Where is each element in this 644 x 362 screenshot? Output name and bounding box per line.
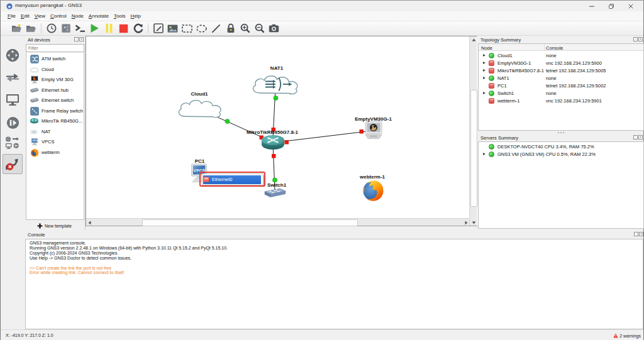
menu-tools[interactable]: Tools	[114, 13, 126, 19]
new-template-button[interactable]: New template	[37, 222, 72, 229]
annotate-note-button[interactable]	[151, 22, 165, 35]
node-webterm[interactable]: webterm-1	[362, 179, 384, 202]
zoom-in-button[interactable]	[238, 22, 252, 35]
status-indicator	[489, 83, 494, 89]
device-list: ATM switch Cloud	[26, 53, 84, 220]
topology-row-emptyvm[interactable]: EmptyVM30G-1 vnc 192.168.234.129:5900	[479, 59, 643, 67]
menu-annotate[interactable]: Annotate	[89, 13, 109, 19]
open-project-button[interactable]	[9, 22, 24, 35]
scroll-down-icon[interactable]	[470, 219, 477, 226]
topology-row-pc1[interactable]: PC1 telnet 192.168.234.129:5002	[479, 82, 643, 89]
warnings-indicator[interactable]: 2 warnings	[613, 333, 641, 338]
menu-help[interactable]: Help	[131, 13, 141, 19]
start-button[interactable]	[87, 22, 102, 35]
draw-ellipse-button[interactable]	[194, 22, 209, 35]
expand-arrow-icon[interactable]	[483, 92, 486, 94]
zoom-in-icon	[240, 23, 250, 33]
float-panel-icon[interactable]: ◦	[74, 37, 79, 41]
device-item-atm-switch[interactable]: ATM switch	[26, 53, 84, 64]
expand-arrow-icon[interactable]	[483, 77, 486, 79]
server-row-gns3vm[interactable]: GNS3 VM (GNS3 VM) CPU 0.5%, RAM 22.3%	[479, 150, 643, 158]
snapshot-clock-button[interactable]	[44, 22, 58, 35]
draw-line-button[interactable]	[209, 22, 223, 35]
scroll-left-icon[interactable]	[86, 219, 92, 226]
status-indicator	[489, 60, 494, 66]
main-toolbar: a c b	[1, 21, 643, 36]
device-item-ethernet-switch[interactable]: Ethernet switch	[26, 95, 84, 106]
minimize-button[interactable]	[582, 1, 601, 11]
browse-switches-button[interactable]	[3, 68, 23, 87]
topology-row-nat1[interactable]: NAT1 none	[479, 74, 643, 82]
device-item-mikrotik-router[interactable]: MikroTik RB450G...	[26, 116, 84, 126]
mikrotik-router-icon	[30, 116, 39, 126]
node-emptyvm[interactable]: EmptyVM30G-1	[363, 121, 384, 140]
browse-security-devices-button[interactable]	[3, 113, 23, 132]
menu-control[interactable]: Control	[50, 13, 67, 19]
device-item-cloud[interactable]: Cloud	[26, 64, 84, 75]
topology-canvas[interactable]: NAT1 Cloud1	[86, 36, 477, 226]
screenshot-camera-icon	[269, 24, 279, 33]
column-header-node[interactable]: Node	[481, 45, 492, 51]
device-item-ethernet-hub[interactable]: Ethernet hub	[26, 85, 84, 96]
expand-arrow-icon[interactable]	[483, 62, 486, 64]
screenshot-camera-button[interactable]	[267, 22, 281, 35]
canvas-vertical-scrollbar[interactable]	[469, 36, 477, 226]
device-item-label: Empty VM 30G	[42, 77, 74, 82]
vertical-scroll-thumb[interactable]	[470, 90, 477, 207]
device-item-nat[interactable]: NAT	[26, 126, 84, 137]
console-terminal-button[interactable]	[73, 22, 87, 35]
browse-all-devices-button[interactable]	[3, 134, 23, 153]
browse-routers-button[interactable]	[3, 46, 23, 65]
float-panel-icon[interactable]: ◦	[634, 232, 638, 236]
expand-arrow-icon[interactable]	[483, 69, 486, 72]
open-folder-button[interactable]	[24, 22, 38, 35]
node-nat1[interactable]: NAT1	[249, 72, 302, 96]
server-row-desktop[interactable]: DESKTOP-NVDCT40 CPU 3.4%, RAM 75.2%	[479, 143, 643, 150]
column-header-console[interactable]: Console	[546, 45, 564, 51]
status-indicator	[489, 68, 494, 74]
menu-node[interactable]: Node	[72, 13, 84, 19]
expand-arrow-icon[interactable]	[483, 54, 486, 57]
node-name-cell: Cloud1	[497, 53, 513, 58]
topology-row-mikrotik[interactable]: MikroTikRB450G7.8-1 telnet 192.168.234.1…	[479, 67, 643, 74]
scroll-right-icon[interactable]	[463, 219, 469, 226]
node-switch1[interactable]: Switch1	[264, 186, 286, 197]
reload-button[interactable]	[131, 22, 145, 35]
menu-edit[interactable]: Edit	[21, 13, 30, 19]
topology-row-cloud1[interactable]: Cloud1 none	[479, 52, 643, 59]
screenshot-manager-button[interactable]: a c b	[58, 22, 73, 35]
close-panel-icon[interactable]: ×	[79, 37, 84, 41]
menu-file[interactable]: File	[8, 13, 16, 19]
topology-row-webterm[interactable]: webterm-1 vnc 192.168.234.129:5901	[479, 97, 643, 104]
expand-arrow-icon[interactable]	[483, 153, 486, 155]
device-item-frame-relay-switch[interactable]: Frame Relay switch	[26, 106, 84, 116]
device-item-webterm[interactable]: webterm	[26, 147, 84, 158]
zoom-out-button[interactable]	[252, 22, 267, 35]
close-button[interactable]	[621, 1, 640, 11]
topology-row-switch1[interactable]: Switch1 none	[479, 89, 643, 97]
browse-end-devices-button[interactable]	[3, 90, 23, 109]
float-panel-icon[interactable]: ◦	[633, 37, 638, 41]
device-item-empty-vm[interactable]: Empty VM 30G	[26, 74, 84, 85]
device-item-vpcs[interactable]: VPCS VPCS	[26, 136, 84, 147]
node-mikrotik[interactable]: MikroTikRB450G7.8-1	[260, 134, 286, 151]
canvas-horizontal-scrollbar[interactable]	[86, 218, 469, 226]
close-panel-icon[interactable]: ×	[639, 232, 643, 236]
close-panel-icon[interactable]: ×	[638, 37, 643, 41]
insert-image-button[interactable]	[165, 22, 180, 35]
draw-rectangle-button[interactable]	[180, 22, 194, 35]
close-panel-icon[interactable]: ×	[638, 135, 643, 140]
console-output[interactable]: GNS3 management console. Running GNS3 ve…	[25, 239, 643, 329]
add-link-button[interactable]	[3, 154, 23, 174]
node-cloud1[interactable]: Cloud1	[174, 97, 226, 119]
horizontal-scroll-thumb[interactable]	[142, 219, 358, 226]
float-panel-icon[interactable]: ◦	[633, 135, 638, 140]
suspend-button[interactable]	[102, 22, 116, 35]
svg-text:VPCS: VPCS	[32, 140, 38, 142]
stop-button[interactable]	[116, 22, 131, 35]
filter-input[interactable]	[26, 44, 84, 52]
scroll-up-icon[interactable]	[470, 36, 477, 43]
menu-view[interactable]: View	[35, 13, 45, 19]
lock-button[interactable]	[223, 22, 238, 35]
maximize-button[interactable]	[601, 1, 621, 11]
